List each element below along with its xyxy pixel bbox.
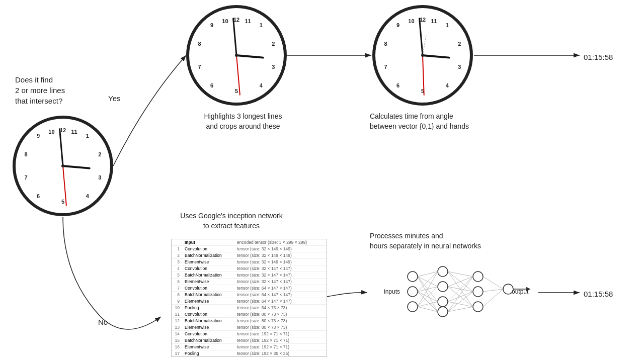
- svg-line-30: [448, 292, 473, 302]
- question-label: Does it find 2 or more lines that inters…: [15, 74, 65, 106]
- processes-label: Processes minutes and hours separately i…: [370, 231, 521, 251]
- svg-point-4: [438, 282, 448, 292]
- svg-line-23: [448, 272, 473, 277]
- highlights-label: Highlights 3 longest lines and crops aro…: [180, 112, 306, 131]
- inception-label: Uses Google's inception network to extra…: [156, 211, 307, 231]
- table-row: 11 Convolution tensor (size: 80 × 73 × 7…: [172, 311, 327, 318]
- svg-point-3: [438, 266, 448, 277]
- table-row: 4 Convolution tensor (size: 32 × 147 × 1…: [172, 265, 327, 272]
- svg-line-31: [448, 302, 473, 307]
- table-row: 17 Pooling tensor (size: 192 × 35 × 35): [172, 350, 327, 357]
- clock-right-top: 12 1 2 3 4 5 6 7 8 9 10 11: [372, 5, 473, 106]
- table-row: 5 BatchNormalization tensor (size: 32 × …: [172, 272, 327, 279]
- nn-table-container: Input encoded tensor (size: 3 × 299 × 29…: [171, 239, 327, 357]
- svg-point-8: [473, 287, 483, 297]
- inception-table: Input encoded tensor (size: 3 × 299 × 29…: [172, 239, 327, 357]
- svg-line-11: [418, 272, 438, 277]
- svg-point-5: [438, 297, 448, 307]
- svg-line-29: [448, 277, 473, 302]
- clock-middle-top: 12 1 2 3 4 5 6 7 8 9 10 11: [186, 5, 287, 106]
- svg-point-0: [408, 272, 418, 282]
- table-row: 13 Elementwise tensor (size: 80 × 73 × 7…: [172, 324, 327, 331]
- table-row: 2 BatchNormalization tensor (size: 32 × …: [172, 252, 327, 259]
- table-row: 6 Elementwise tensor (size: 32 × 147 × 1…: [172, 279, 327, 285]
- svg-line-22: [418, 307, 438, 312]
- svg-line-20: [418, 287, 438, 307]
- svg-line-36: [483, 289, 503, 292]
- svg-line-37: [483, 289, 503, 307]
- calculates-label: Calculates time from angle between vecto…: [370, 112, 511, 131]
- table-row: 1 Convolution tensor (size: 32 × 149 × 1…: [172, 246, 327, 252]
- yes-label: Yes: [108, 93, 120, 104]
- svg-line-32: [448, 277, 473, 312]
- svg-line-19: [418, 272, 438, 307]
- table-row: 10 Pooling tensor (size: 64 × 73 × 73): [172, 305, 327, 311]
- time-top-label: 01:15:58: [584, 52, 613, 62]
- svg-point-6: [438, 307, 448, 317]
- inputs-label: inputs: [384, 288, 400, 296]
- svg-line-35: [483, 277, 503, 289]
- svg-point-7: [473, 272, 483, 282]
- table-row: Input encoded tensor (size: 3 × 299 × 29…: [172, 239, 327, 246]
- table-row: 12 BatchNormalization tensor (size: 80 ×…: [172, 318, 327, 324]
- svg-point-2: [408, 302, 418, 312]
- table-row: 3 Elementwise tensor (size: 32 × 149 × 1…: [172, 259, 327, 265]
- svg-point-9: [473, 302, 483, 312]
- table-row: 18 Graph tensor (size: 256 × 35 × 35): [172, 357, 327, 357]
- svg-line-14: [418, 277, 438, 312]
- table-row: 9 Elementwise tensor (size: 64 × 147 × 1…: [172, 298, 327, 305]
- diagram: 12 1 2 3 4 5 6 7 8 9 10 11 12 1 2 3: [0, 0, 644, 362]
- table-row: 14 Convolution tensor (size: 192 × 71 × …: [172, 331, 327, 337]
- no-label: No: [98, 317, 108, 327]
- svg-line-21: [418, 302, 438, 307]
- clock-left: 12 1 2 3 4 5 6 7 8 9 10 11: [13, 116, 113, 216]
- output-label: output: [512, 288, 528, 296]
- svg-point-1: [408, 287, 418, 297]
- svg-line-34: [448, 307, 473, 312]
- table-row: 8 BatchNormalization tensor (size: 64 × …: [172, 292, 327, 298]
- table-row: 15 BatchNormalization tensor (size: 192 …: [172, 337, 327, 344]
- table-row: 16 Elementwise tensor (size: 192 × 71 × …: [172, 344, 327, 350]
- time-bottom-label: 01:15:58: [584, 289, 613, 299]
- table-row: 7 Convolution tensor (size: 64 × 147 × 1…: [172, 285, 327, 292]
